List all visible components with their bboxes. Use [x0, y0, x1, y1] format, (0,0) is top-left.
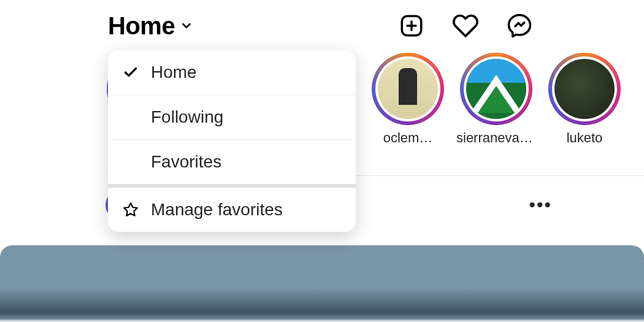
story-item[interactable]: luketo — [547, 53, 622, 146]
activity-button[interactable] — [451, 12, 480, 40]
story-username: oclem… — [383, 130, 433, 146]
menu-item-manage-favorites[interactable]: Manage favorites — [108, 188, 356, 232]
svg-marker-3 — [124, 203, 137, 216]
menu-item-label: Home — [151, 63, 197, 82]
more-icon: ••• — [529, 194, 552, 215]
menu-item-label: Favorites — [151, 152, 221, 172]
story-username: luketo — [567, 130, 603, 146]
header-actions — [397, 12, 534, 40]
feed-selector-label: Home — [108, 12, 175, 40]
empty-slot-icon — [121, 153, 140, 171]
feed-selector-button[interactable]: Home — [108, 12, 193, 40]
menu-item-home[interactable]: Home — [108, 50, 356, 95]
chevron-down-icon — [180, 19, 193, 33]
avatar — [378, 59, 438, 119]
menu-item-label: Manage favorites — [151, 200, 283, 220]
story-item[interactable]: sierranevada… — [459, 53, 534, 146]
story-username: sierranevada… — [456, 130, 536, 146]
story-ring — [548, 53, 621, 125]
story-ring — [460, 53, 532, 125]
post-image[interactable] — [0, 245, 644, 322]
avatar — [466, 59, 526, 119]
empty-slot-icon — [121, 108, 140, 126]
menu-item-following[interactable]: Following — [108, 95, 356, 140]
menu-item-label: Following — [151, 107, 223, 127]
check-icon — [121, 63, 140, 82]
post-more-button[interactable]: ••• — [529, 194, 552, 215]
avatar — [554, 59, 615, 119]
story-ring — [372, 53, 444, 125]
feed-selector-menu: Home Following Favorites Manage favorite… — [108, 50, 356, 232]
messenger-button[interactable] — [505, 12, 534, 40]
app-header: Home — [0, 5, 644, 47]
menu-item-favorites[interactable]: Favorites — [108, 140, 356, 184]
story-item[interactable]: oclem… — [370, 53, 445, 146]
star-icon — [121, 201, 140, 219]
new-post-button[interactable] — [397, 12, 426, 40]
